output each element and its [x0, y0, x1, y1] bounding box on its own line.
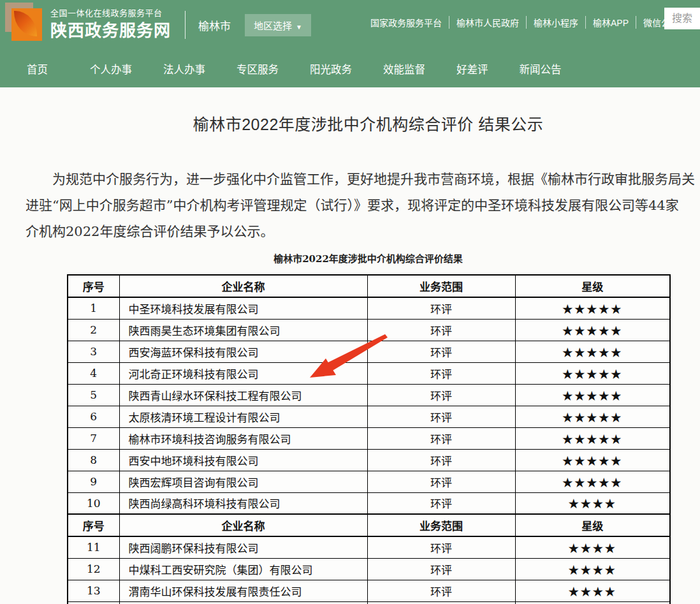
table-row: 8西安中地环境科技有限公司环评★★★★★ [68, 449, 670, 471]
table-row: 10陕西尚绿高科环境科技有限公司环评★★★★ [68, 492, 670, 514]
paragraph-line: 为规范中介服务行为，进一步强化中介监管工作，更好地提升我市营商环境，根据《榆林市… [26, 166, 700, 193]
table-cell: 3 [68, 341, 119, 362]
table-cell: 环评 [367, 341, 515, 362]
nav-item-3[interactable]: 专区服务 [237, 61, 279, 77]
header-link-3[interactable]: 榆林APP [585, 16, 636, 29]
column-header: 星级 [515, 275, 670, 297]
table-cell: 环评 [367, 297, 515, 319]
table-header-row: 序号企业名称业务范围星级 [68, 514, 670, 536]
site-logo[interactable] [5, 3, 42, 41]
table-row [68, 601, 670, 604]
star-rating-cell: ★★★★★ [515, 297, 670, 319]
star-rating-cell: ★★★★★ [515, 427, 670, 449]
table-cell: 环评 [367, 449, 515, 471]
page-title: 榆林市2022年度涉批中介机构综合评价 结果公示 [26, 112, 700, 135]
star-rating-cell: ★★★★★ [515, 449, 670, 471]
table-cell: 渭南华山环保科技发展有限责任公司 [119, 580, 367, 601]
table-cell: 4 [68, 362, 119, 384]
header-quick-links: 国家政务服务平台榆林市人民政府榆林小程序榆林APP微信公众号 [363, 16, 695, 29]
table-cell: 中圣环境科技发展有限公司 [119, 297, 367, 319]
star-rating-cell: ★★★★★ [515, 384, 670, 406]
table-cell: 环评 [367, 536, 515, 558]
table-cell: 10 [68, 492, 119, 514]
announcement-paragraph: 为规范中介服务行为，进一步强化中介监管工作，更好地提升我市营商环境，根据《榆林市… [26, 166, 700, 245]
table-cell: 太原核清环境工程设计有限公司 [119, 406, 367, 427]
table-cell: 陕西宏辉项目咨询有限公司 [119, 471, 367, 492]
table-cell [119, 601, 367, 604]
column-header: 星级 [515, 514, 670, 536]
table-row: 2陕西雨昊生态环境集团有限公司环评★★★★★ [68, 319, 670, 341]
table-cell: 环评 [367, 492, 515, 514]
nav-item-6[interactable]: 好差评 [456, 61, 488, 77]
table-row: 12中煤科工西安研究院（集团）有限公司环评★★★★ [68, 558, 670, 580]
table-header-row: 序号企业名称业务范围星级 [68, 275, 670, 297]
header-link-1[interactable]: 榆林市人民政府 [449, 16, 526, 29]
column-header: 业务范围 [367, 275, 515, 297]
table-cell: 5 [68, 384, 119, 406]
table-row: 6太原核清环境工程设计有限公司环评★★★★★ [68, 406, 670, 427]
paragraph-line: 介机构2022年度综合评价结果予以公示。 [26, 219, 700, 245]
nav-item-5[interactable]: 效能监督 [383, 61, 425, 77]
brand-block: 全国一体化在线政务服务平台 陕西政务服务网 [50, 8, 171, 41]
star-rating-cell: ★★★★★ [515, 406, 670, 427]
region-selector-button[interactable]: 地区选择▼ [245, 14, 311, 36]
star-rating-cell: ★★★★★ [515, 341, 670, 362]
brand-divider [185, 11, 186, 39]
region-selector-label: 地区选择 [254, 20, 292, 31]
table-cell: 2 [68, 319, 119, 341]
evaluation-results-table: 序号企业名称业务范围星级1中圣环境科技发展有限公司环评★★★★★2陕西雨昊生态环… [67, 274, 671, 604]
star-rating-cell: ★★★★ [515, 536, 670, 558]
announcement-article: 榆林市2022年度涉批中介机构综合评价 结果公示 为规范中介服务行为，进一步强化… [26, 112, 700, 604]
table-cell: 13 [68, 580, 119, 601]
table-cell: 环评 [367, 558, 515, 580]
table-caption: 榆林市2022年度涉批中介机构综合评价结果 [26, 251, 700, 265]
table-row: 3西安海蓝环保科技有限公司环评★★★★★ [68, 341, 670, 362]
nav-item-0[interactable]: 首页 [27, 61, 48, 77]
table-cell: 环评 [367, 406, 515, 427]
nav-item-2[interactable]: 法人办事 [163, 61, 205, 77]
table-cell: 环评 [367, 471, 515, 492]
table-row: 1中圣环境科技发展有限公司环评★★★★★ [68, 297, 670, 319]
current-city-label: 榆林市 [198, 17, 231, 33]
table-cell: 环评 [367, 384, 515, 406]
table-cell: 1 [68, 297, 119, 319]
platform-tagline: 全国一体化在线政务服务平台 [50, 8, 171, 18]
paragraph-line: 进驻“网上中介服务超市”中介机构考评管理规定（试行）》要求，现将评定的中圣环境科… [26, 193, 700, 219]
star-rating-cell: ★★★★ [515, 492, 670, 514]
nav-item-4[interactable]: 阳光政务 [310, 61, 352, 77]
table-cell: 陕西阔鹏环保科技有限公司 [119, 536, 367, 558]
table-cell: 6 [68, 406, 119, 427]
table-cell: 陕西雨昊生态环境集团有限公司 [119, 319, 367, 341]
column-header: 序号 [68, 275, 119, 297]
nav-item-1[interactable]: 个人办事 [90, 61, 132, 77]
star-rating-cell: ★★★★ [515, 580, 670, 601]
table-cell: 环评 [367, 580, 515, 601]
table-row: 7榆林市环境科技咨询服务有限公司环评★★★★★ [68, 427, 670, 449]
table-row: 13渭南华山环保科技发展有限责任公司环评★★★★ [68, 580, 670, 601]
table-row: 9陕西宏辉项目咨询有限公司环评★★★★★ [68, 471, 670, 492]
star-rating-cell: ★★★★★ [515, 319, 670, 341]
star-rating-cell [515, 601, 670, 604]
table-row: 5陕西青山绿水环保科技工程有限公司环评★★★★★ [68, 384, 670, 406]
star-rating-cell: ★★★★ [515, 558, 670, 580]
site-header: 全国一体化在线政务服务平台 陕西政务服务网 榆林市 地区选择▼ 国家政务服务平台… [0, 0, 700, 87]
header-top-bar: 全国一体化在线政务服务平台 陕西政务服务网 榆林市 地区选择▼ 国家政务服务平台… [0, 0, 700, 50]
table-cell: 7 [68, 427, 119, 449]
table-cell [367, 601, 515, 604]
header-link-2[interactable]: 榆林小程序 [526, 16, 585, 29]
star-rating-cell: ★★★★★ [515, 471, 670, 492]
column-header: 企业名称 [119, 275, 367, 297]
search-input[interactable] [664, 8, 700, 29]
header-link-0[interactable]: 国家政务服务平台 [363, 16, 449, 29]
column-header: 业务范围 [367, 514, 515, 536]
table-cell: 陕西青山绿水环保科技工程有限公司 [119, 384, 367, 406]
main-navigation: 首页个人办事法人办事专区服务阳光政务效能监督好差评新闻公告 [0, 50, 700, 87]
nav-item-7[interactable]: 新闻公告 [520, 61, 562, 77]
chevron-down-icon: ▼ [296, 24, 302, 31]
table-cell: 西安中地环境科技有限公司 [119, 449, 367, 471]
column-header: 序号 [68, 514, 119, 536]
table-cell: 榆林市环境科技咨询服务有限公司 [119, 427, 367, 449]
table-cell: 中煤科工西安研究院（集团）有限公司 [119, 558, 367, 580]
site-title: 陕西政务服务网 [50, 20, 171, 41]
table-cell: 环评 [367, 362, 515, 384]
